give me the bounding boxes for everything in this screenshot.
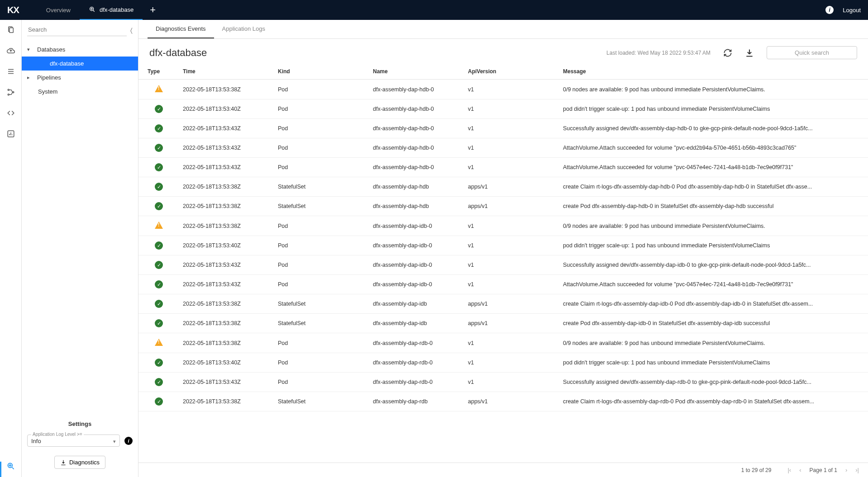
cell-message: pod didn't trigger scale-up: 1 pod has u… (559, 236, 868, 255)
page-indicator: Page 1 of 1 (810, 467, 837, 473)
table-row[interactable]: ✓2022-05-18T13:53:43ZPoddfx-assembly-dap… (138, 255, 868, 275)
download-diagnostics-button[interactable]: Diagnostics (54, 456, 105, 469)
rail-diagnostics-icon[interactable] (6, 462, 15, 471)
table-row[interactable]: ✓2022-05-18T13:53:43ZPoddfx-assembly-dap… (138, 275, 868, 294)
cell-kind: Pod (274, 99, 369, 119)
cell-kind: Pod (274, 236, 369, 255)
table-row[interactable]: ✓2022-05-18T13:53:43ZPoddfx-assembly-dap… (138, 138, 868, 158)
tree-system[interactable]: System (22, 85, 138, 99)
rail-documents-icon[interactable] (6, 25, 15, 34)
first-page-button[interactable]: |‹ (787, 467, 791, 473)
cell-message: 0/9 nodes are available: 9 pod has unbou… (559, 80, 868, 99)
tab-dfx-database[interactable]: dfx-database (80, 0, 143, 20)
col-header-type[interactable]: Type (138, 64, 179, 80)
sidebar-settings: Settings Application Log Level >= Info ▾… (22, 414, 138, 477)
table-row[interactable]: ✓2022-05-18T13:53:38ZStatefulSetdfx-asse… (138, 392, 868, 411)
col-header-message[interactable]: Message (559, 64, 868, 80)
col-header-kind[interactable]: Kind (274, 64, 369, 80)
collapse-sidebar-icon[interactable]: 〈 (130, 27, 133, 34)
success-icon: ✓ (155, 359, 163, 367)
table-row[interactable]: 2022-05-18T13:53:38ZPoddfx-assembly-dap-… (138, 216, 868, 236)
cell-type: ✓ (138, 236, 179, 255)
log-level-value: Info (31, 438, 116, 444)
tab-overview-label: Overview (46, 7, 71, 14)
cell-apiversion: v1 (464, 353, 559, 373)
cell-type: ✓ (138, 138, 179, 158)
table-row[interactable]: ✓2022-05-18T13:53:38ZStatefulSetdfx-asse… (138, 314, 868, 333)
rail-chart-icon[interactable] (6, 129, 15, 138)
download-button[interactable] (745, 48, 754, 57)
cell-time: 2022-05-18T13:53:43Z (179, 255, 274, 275)
cell-kind: Pod (274, 119, 369, 138)
table-row[interactable]: ✓2022-05-18T13:53:43ZPoddfx-assembly-dap… (138, 158, 868, 177)
cell-type: ✓ (138, 353, 179, 373)
table-row[interactable]: ✓2022-05-18T13:53:40ZPoddfx-assembly-dap… (138, 99, 868, 119)
cell-kind: Pod (274, 275, 369, 294)
table-row[interactable]: ✓2022-05-18T13:53:40ZPoddfx-assembly-dap… (138, 353, 868, 373)
success-icon: ✓ (155, 241, 163, 250)
next-page-button[interactable]: › (845, 467, 847, 473)
add-tab-button[interactable]: + (143, 4, 163, 16)
subtab-diagnostics-events[interactable]: Diagnostics Events (148, 20, 214, 38)
success-icon: ✓ (155, 300, 163, 308)
sidebar-search-input[interactable] (27, 24, 127, 36)
cell-kind: Pod (274, 255, 369, 275)
subtab-application-logs[interactable]: Application Logs (214, 20, 273, 38)
svg-point-5 (12, 92, 14, 93)
cell-message: create Claim rt-logs-dfx-assembly-dap-hd… (559, 177, 868, 197)
rail-upload-icon[interactable] (6, 46, 15, 55)
cell-apiversion: v1 (464, 216, 559, 236)
cell-apiversion: v1 (464, 236, 559, 255)
cell-name: dfx-assembly-dap-idb (369, 294, 464, 314)
tree-databases-label: Databases (37, 46, 65, 53)
tree-databases[interactable]: ▾ Databases (22, 43, 138, 57)
tree-dfx-database[interactable]: • dfx-database (22, 57, 138, 71)
rail-list-icon[interactable] (6, 67, 15, 76)
cell-kind: Pod (274, 216, 369, 236)
log-level-label: Application Log Level >= (31, 432, 84, 437)
table-row[interactable]: ✓2022-05-18T13:53:38ZStatefulSetdfx-asse… (138, 177, 868, 197)
rail-pipeline-icon[interactable] (6, 88, 15, 97)
col-header-name[interactable]: Name (369, 64, 464, 80)
cell-time: 2022-05-18T13:53:40Z (179, 353, 274, 373)
table-row[interactable]: 2022-05-18T13:53:38ZPoddfx-assembly-dap-… (138, 80, 868, 99)
cell-name: dfx-assembly-dap-rdb-0 (369, 333, 464, 353)
events-header-row: Type Time Kind Name ApiVersion Message (138, 64, 868, 80)
svg-point-4 (8, 94, 9, 95)
cell-type (138, 216, 179, 236)
last-page-button[interactable]: ›| (855, 467, 859, 473)
table-row[interactable]: ✓2022-05-18T13:53:43ZPoddfx-assembly-dap… (138, 373, 868, 392)
tab-overview[interactable]: Overview (37, 0, 80, 20)
tree-pipelines[interactable]: ▸ Pipelines (22, 71, 138, 85)
cell-name: dfx-assembly-dap-hdb (369, 177, 464, 197)
cell-apiversion: apps/v1 (464, 177, 559, 197)
settings-title: Settings (27, 420, 133, 427)
cell-name: dfx-assembly-dap-rdb-0 (369, 373, 464, 392)
refresh-button[interactable] (723, 48, 732, 57)
cell-name: dfx-assembly-dap-hdb-0 (369, 138, 464, 158)
logout-link[interactable]: Logout (843, 7, 861, 14)
cell-time: 2022-05-18T13:53:38Z (179, 392, 274, 411)
cell-name: dfx-assembly-dap-hdb (369, 197, 464, 216)
table-row[interactable]: ✓2022-05-18T13:53:38ZStatefulSetdfx-asse… (138, 197, 868, 216)
cell-apiversion: v1 (464, 119, 559, 138)
cell-name: dfx-assembly-dap-idb-0 (369, 255, 464, 275)
cell-type: ✓ (138, 392, 179, 411)
cell-kind: Pod (274, 373, 369, 392)
table-row[interactable]: ✓2022-05-18T13:53:38ZStatefulSetdfx-asse… (138, 294, 868, 314)
table-row[interactable]: 2022-05-18T13:53:38ZPoddfx-assembly-dap-… (138, 333, 868, 353)
cell-message: create Claim rt-logs-dfx-assembly-dap-id… (559, 294, 868, 314)
col-header-time[interactable]: Time (179, 64, 274, 80)
rail-code-icon[interactable] (6, 109, 15, 118)
quick-search-input[interactable] (767, 46, 857, 59)
log-level-info-icon[interactable]: i (124, 437, 133, 445)
magnify-db-icon (89, 6, 96, 13)
table-row[interactable]: ✓2022-05-18T13:53:40ZPoddfx-assembly-dap… (138, 236, 868, 255)
prev-page-button[interactable]: ‹ (799, 467, 801, 473)
info-icon[interactable]: i (825, 6, 834, 14)
col-header-apiversion[interactable]: ApiVersion (464, 64, 559, 80)
cell-kind: StatefulSet (274, 197, 369, 216)
events-table-wrap[interactable]: Type Time Kind Name ApiVersion Message 2… (138, 64, 868, 463)
table-row[interactable]: ✓2022-05-18T13:53:43ZPoddfx-assembly-dap… (138, 119, 868, 138)
log-level-select-wrap[interactable]: Application Log Level >= Info ▾ (27, 434, 120, 447)
